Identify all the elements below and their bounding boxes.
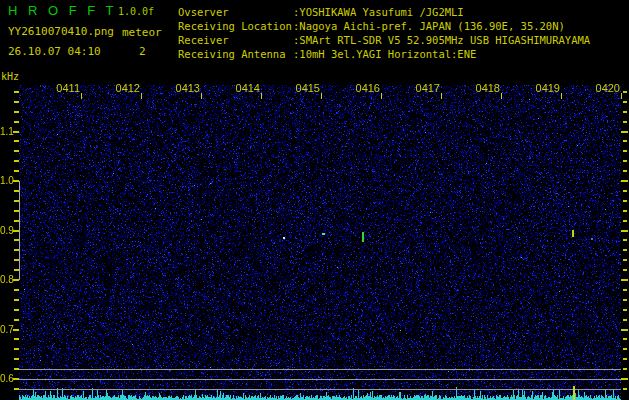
freq-tick-left	[14, 101, 19, 103]
freq-tick-left	[14, 299, 19, 301]
freq-tick-right	[623, 388, 627, 390]
freq-tick-right	[623, 239, 627, 241]
time-axis-label: 0419	[520, 83, 560, 94]
time-axis-label: 0413	[160, 83, 200, 94]
freq-tick-left	[14, 121, 19, 123]
freq-tick-left	[14, 140, 19, 142]
calibration-hline	[19, 379, 621, 380]
freq-tick-right	[621, 131, 628, 133]
time-tick	[561, 93, 562, 99]
time-axis-label: 0416	[340, 83, 380, 94]
freq-tick-right	[623, 91, 627, 93]
freq-tick-right	[623, 220, 627, 222]
freq-tick-right	[623, 210, 627, 212]
freq-tick-right	[623, 348, 627, 350]
freq-tick-right	[623, 170, 627, 172]
time-axis-label: 0420	[580, 83, 620, 94]
freq-tick-right	[621, 279, 628, 281]
freq-tick-right	[623, 200, 627, 202]
freq-tick-right	[623, 338, 627, 340]
time-tick	[501, 93, 502, 99]
freq-tick-left	[14, 170, 19, 172]
axes-overlay: 1.11.00.90.80.70.60411041204130414041504…	[0, 0, 629, 400]
time-tick	[141, 93, 142, 99]
freq-tick-right	[623, 249, 627, 251]
freq-tick-right	[623, 190, 627, 192]
freq-tick-right	[623, 160, 627, 162]
freq-tick-right	[623, 269, 627, 271]
calibration-hline	[19, 389, 621, 390]
freq-tick-right	[623, 121, 627, 123]
time-tick	[201, 93, 202, 99]
calibration-hline	[19, 369, 621, 370]
time-axis-label: 0417	[400, 83, 440, 94]
time-tick	[81, 93, 82, 99]
meteor-echo-mark	[362, 232, 364, 242]
freq-tick-right	[623, 140, 627, 142]
freq-tick-left	[14, 91, 19, 93]
freq-axis-label: 0.8	[0, 274, 13, 286]
freq-tick-right	[623, 368, 627, 370]
time-tick	[261, 93, 262, 99]
freq-tick-right	[623, 309, 627, 311]
freq-tick-right	[621, 230, 628, 232]
time-axis-label: 0414	[220, 83, 260, 94]
freq-tick-left	[14, 348, 19, 350]
freq-tick-left	[14, 289, 19, 291]
meteor-echo-mark	[591, 238, 593, 240]
freq-axis-label: 0.9	[0, 225, 13, 237]
freq-tick-right	[623, 299, 627, 301]
time-tick	[441, 93, 442, 99]
freq-axis-label: 1.1	[0, 126, 13, 138]
freq-tick-right	[623, 259, 627, 261]
time-tick	[321, 93, 322, 99]
freq-tick-right	[623, 358, 627, 360]
freq-tick-left	[14, 111, 19, 113]
freq-tick-right	[621, 378, 628, 380]
hrofft-screen: H R O F F T 1.0.0f YY2610070410.png mete…	[0, 0, 629, 400]
freq-tick-right	[621, 329, 628, 331]
meteor-echo-mark	[572, 230, 574, 237]
freq-axis-label: 0.6	[0, 373, 13, 385]
freq-tick-left	[14, 319, 19, 321]
time-axis-label: 0418	[460, 83, 500, 94]
freq-tick-right	[621, 180, 628, 182]
freq-tick-left	[14, 150, 19, 152]
time-axis-label: 0411	[40, 83, 80, 94]
freq-tick-left	[14, 358, 19, 360]
meteor-echo-mark	[283, 237, 285, 239]
meteor-echo-mark	[322, 233, 325, 235]
time-axis-label: 0415	[280, 83, 320, 94]
freq-tick-left	[14, 309, 19, 311]
freq-tick-right	[623, 111, 627, 113]
freq-axis-label: 1.0	[0, 175, 13, 187]
time-tick	[621, 93, 622, 99]
freq-axis-label: 0.7	[0, 324, 13, 336]
freq-tick-left	[14, 338, 19, 340]
freq-tick-right	[623, 289, 627, 291]
time-axis-label: 0412	[100, 83, 140, 94]
time-tick	[381, 93, 382, 99]
freq-tick-left	[14, 160, 19, 162]
calibration-vline	[19, 181, 20, 280]
freq-tick-right	[623, 319, 627, 321]
freq-tick-right	[623, 150, 627, 152]
echo-time-marker	[573, 386, 575, 400]
freq-tick-right	[623, 101, 627, 103]
